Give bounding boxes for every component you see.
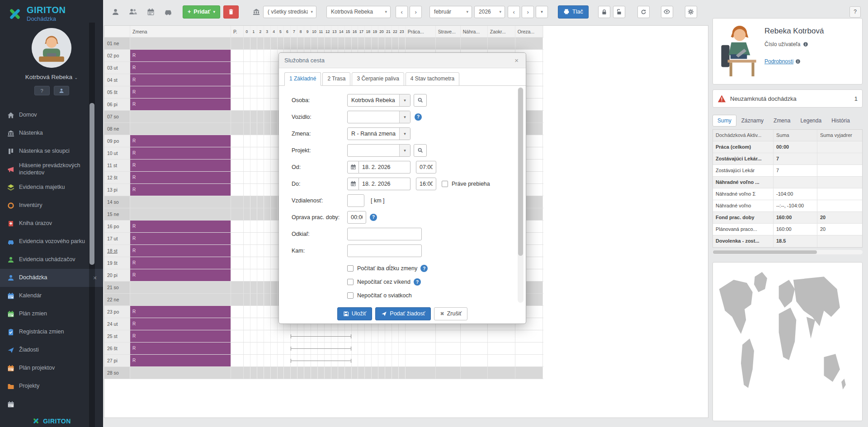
shift-block-R[interactable]: R xyxy=(130,86,231,98)
shift-block-R[interactable]: R xyxy=(130,245,231,257)
osoba-combobox[interactable]: Kotrbová Rebeka▾ xyxy=(347,94,410,107)
hour-cell[interactable] xyxy=(331,355,338,366)
shift-cell[interactable]: R xyxy=(130,147,231,159)
hour-cell[interactable] xyxy=(297,343,304,354)
hour-cell[interactable] xyxy=(365,355,372,366)
hour-cell[interactable] xyxy=(399,355,406,366)
next-month-button[interactable]: › xyxy=(522,6,534,18)
sidebar-item-evidencia-vozoveho-parku[interactable]: Evidencia vozového parku xyxy=(0,233,103,251)
world-map[interactable] xyxy=(715,264,860,419)
hour-cell[interactable] xyxy=(271,330,278,342)
hour-cell[interactable] xyxy=(244,233,250,244)
hour-cell[interactable] xyxy=(372,330,378,342)
hour-cell[interactable] xyxy=(264,160,271,171)
hour-cell[interactable] xyxy=(244,74,250,86)
hour-cell[interactable] xyxy=(331,367,338,379)
od-date-input[interactable] xyxy=(359,161,410,174)
help-button[interactable]: ? xyxy=(849,6,861,18)
hour-cell[interactable] xyxy=(250,172,257,183)
hour-cell[interactable] xyxy=(271,62,278,74)
hour-cell[interactable] xyxy=(365,330,372,342)
hour-cell[interactable] xyxy=(271,50,278,61)
hour-cell[interactable] xyxy=(372,355,378,366)
sums-row-zostavajuci-lekar[interactable]: Zostávajúci Lekár7 xyxy=(713,165,862,177)
hour-cell[interactable] xyxy=(338,38,345,49)
hour-cell[interactable] xyxy=(271,208,278,220)
hour-cell[interactable] xyxy=(352,38,359,49)
sidebar-item-kalendar[interactable]: Kalendár xyxy=(0,287,103,305)
refresh-button[interactable] xyxy=(637,6,650,18)
panel-tab-historia[interactable]: História xyxy=(826,115,855,127)
sidebar-item-ziadosti[interactable]: Žiadosti xyxy=(0,341,103,359)
sidebar-scrollbar-thumb[interactable] xyxy=(90,103,94,265)
hour-cell[interactable] xyxy=(250,123,257,135)
sums-row-dovolenka-zost[interactable]: Dovolenka - zost...18.5 xyxy=(713,235,862,247)
hour-cell[interactable] xyxy=(284,343,291,354)
cancel-button[interactable]: ✖Zrušiť xyxy=(434,307,467,320)
shift-block-R[interactable]: R xyxy=(130,233,231,244)
sidebar-profile-button[interactable] xyxy=(54,86,69,95)
hour-cell[interactable] xyxy=(352,343,359,354)
nepocitat-sviatky-checkbox[interactable] xyxy=(347,292,354,299)
hour-cell[interactable] xyxy=(244,245,250,257)
projekt-combobox[interactable]: ▾ xyxy=(347,144,410,157)
hour-cell[interactable] xyxy=(264,245,271,257)
hour-cell[interactable] xyxy=(250,294,257,305)
hour-cell[interactable] xyxy=(257,196,264,208)
hour-cell[interactable] xyxy=(378,38,385,49)
hour-cell[interactable] xyxy=(297,367,304,379)
hour-cell[interactable] xyxy=(392,343,399,354)
submit-request-button[interactable]: Podať žiadosť xyxy=(375,307,431,320)
do-calendar-button[interactable] xyxy=(347,178,359,190)
hour-cell[interactable] xyxy=(257,172,264,183)
sidebar-item-projekty[interactable]: Projekty xyxy=(0,377,103,395)
hour-cell[interactable] xyxy=(257,294,264,305)
hour-cell[interactable] xyxy=(358,38,365,49)
odkial-input[interactable] xyxy=(347,228,422,240)
print-button[interactable]: Tlač xyxy=(558,5,589,19)
hour-cell[interactable] xyxy=(264,50,271,61)
hour-cell[interactable] xyxy=(372,38,378,49)
hour-cell[interactable] xyxy=(257,233,264,244)
people-view-icon[interactable] xyxy=(127,6,139,18)
hour-cell[interactable] xyxy=(244,294,250,305)
hour-cell[interactable] xyxy=(385,343,392,354)
hour-cell[interactable] xyxy=(250,74,257,86)
hour-cell[interactable] xyxy=(264,135,271,147)
panel-tab-legenda[interactable]: Legenda xyxy=(795,115,826,127)
hour-cell[interactable] xyxy=(278,330,284,342)
shift-block-R[interactable]: R xyxy=(130,147,231,159)
hour-cell[interactable] xyxy=(250,233,257,244)
hour-cell[interactable] xyxy=(271,245,278,257)
shift-cell[interactable]: R xyxy=(130,330,231,342)
hour-cell[interactable] xyxy=(325,367,331,379)
sums-row-zostavajuci-lekar[interactable]: Zostávajúci Lekár...7 xyxy=(713,153,862,165)
hour-cell[interactable] xyxy=(264,343,271,354)
shift-cell[interactable]: R xyxy=(130,62,231,74)
shift-cell[interactable] xyxy=(130,367,231,379)
sidebar-user-name[interactable]: Kotrbová Rebeka⌄ xyxy=(0,74,103,80)
shift-cell[interactable]: R xyxy=(130,184,231,196)
vzdialenost-input[interactable] xyxy=(347,194,364,207)
hour-cell[interactable] xyxy=(250,343,257,354)
person-view-icon[interactable] xyxy=(109,6,121,18)
month-select[interactable]: február▾ xyxy=(429,6,472,18)
hour-cell[interactable] xyxy=(264,355,271,366)
hour-cell[interactable] xyxy=(372,367,378,379)
visibility-button[interactable] xyxy=(661,6,673,18)
shift-cell[interactable]: R xyxy=(130,355,231,366)
hour-cell[interactable] xyxy=(264,62,271,74)
nepocitat-vikend-checkbox[interactable] xyxy=(347,279,354,285)
shift-block-R[interactable]: R xyxy=(130,172,231,183)
shift-cell[interactable]: R xyxy=(130,172,231,183)
hour-cell[interactable] xyxy=(244,257,250,269)
hour-cell[interactable] xyxy=(257,330,264,342)
chevron-down-icon[interactable]: ▾ xyxy=(399,145,410,156)
hour-cell[interactable] xyxy=(257,221,264,232)
hour-cell[interactable] xyxy=(264,123,271,135)
hour-cell[interactable] xyxy=(271,367,278,379)
hour-cell[interactable] xyxy=(331,38,338,49)
hour-cell[interactable] xyxy=(331,330,338,342)
sidebar-item-item[interactable] xyxy=(0,395,103,413)
hour-cell[interactable] xyxy=(271,99,278,110)
